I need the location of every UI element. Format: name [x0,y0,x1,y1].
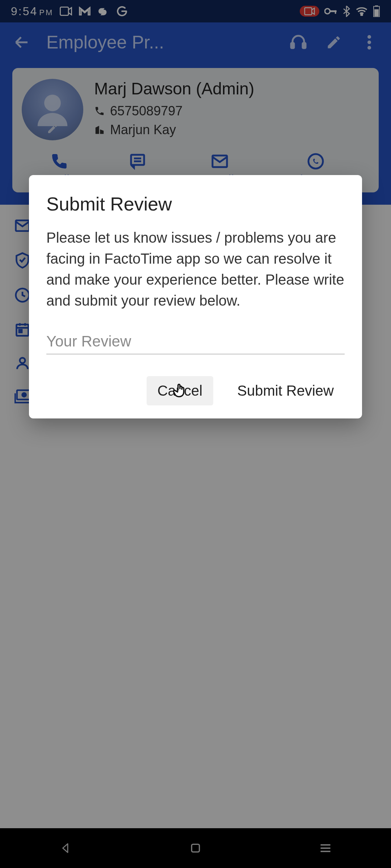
cancel-button[interactable]: Cancel [147,376,214,405]
submit-review-button[interactable]: Submit Review [226,376,345,405]
submit-review-dialog: Submit Review Please let us know issues … [29,175,362,418]
review-input[interactable] [46,329,345,354]
modal-backdrop[interactable] [0,0,391,868]
submit-button-label: Submit Review [237,383,334,399]
cancel-button-label: Cancel [157,383,203,399]
dialog-body: Please let us know issues / problems you… [46,227,345,311]
dialog-title: Submit Review [46,193,345,215]
